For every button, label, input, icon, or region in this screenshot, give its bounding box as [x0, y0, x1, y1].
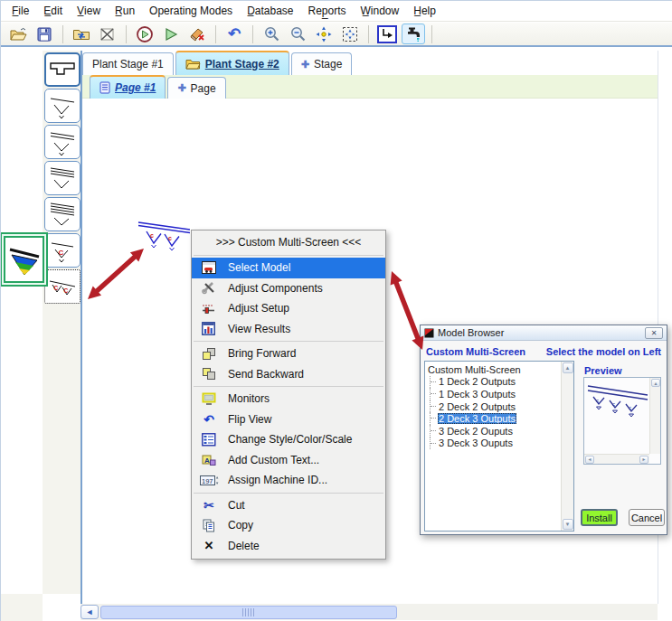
menu-item-file[interactable]: F̲ile	[5, 2, 36, 20]
eraser-x-icon	[188, 26, 206, 42]
svg-text:C: C	[59, 249, 64, 257]
menu-item-add-custom-text[interactable]: A Add Custom Text...	[192, 450, 385, 471]
screen-2-deck-icon	[46, 127, 79, 156]
menu-item-assign-machine-id[interactable]: 197 Assign Machine ID...	[192, 470, 385, 491]
run-circle-button[interactable]	[133, 24, 156, 44]
cut-icon: ✂	[203, 499, 214, 512]
menu-item-edit[interactable]: E̲dit	[36, 2, 70, 20]
menu-item-window[interactable]: W̲indow	[354, 2, 407, 20]
water-button[interactable]	[402, 24, 425, 44]
machine-id-icon: 197	[200, 475, 219, 486]
selected-equipment[interactable]	[4, 236, 44, 283]
menu-item-select-model[interactable]: Select Model	[192, 258, 385, 278]
menu-item-change-style[interactable]: Change Style/Color/Scale	[192, 429, 385, 450]
save-button[interactable]	[33, 24, 56, 44]
menu-item-label: Adjust Setup	[228, 302, 289, 315]
canvas-horizontal-scrollbar[interactable]: ◄	[80, 604, 658, 620]
discard-button[interactable]	[96, 24, 119, 44]
tab-add-stage[interactable]: ✚ Stage	[291, 52, 353, 75]
zoom-in-button[interactable]	[260, 24, 283, 44]
palette-item-1-deck-screen[interactable]	[44, 89, 80, 123]
menu-item-reports[interactable]: Rep̲orts	[301, 2, 354, 20]
tree-item[interactable]: 3 Deck 2 Ouputs	[427, 425, 573, 438]
palette-item-closed-circuit-screen[interactable]: C	[44, 233, 80, 268]
zoom-out-button[interactable]	[286, 24, 309, 44]
menu-item-database[interactable]: D̲atabase	[240, 2, 300, 20]
canvas-component-custom-multi-screen[interactable]: cc	[137, 220, 193, 256]
tree-item[interactable]: 2 Deck 2 Outputs	[427, 400, 573, 413]
scroll-up-icon[interactable]: ▲	[651, 379, 660, 387]
cancel-button[interactable]: Cancel	[629, 509, 665, 526]
screen-3-deck-icon	[46, 164, 79, 193]
dialog-title-bar[interactable]: Model Browser ✕	[421, 325, 667, 341]
tree-root[interactable]: Custom Multi-Screen	[427, 363, 573, 376]
list-scrollbar[interactable]: ▲ ▼	[561, 362, 573, 531]
menu-item-help[interactable]: H̲elp	[406, 2, 443, 20]
scroll-up-icon[interactable]: ▲	[563, 362, 573, 373]
zoom-fit-button[interactable]	[338, 24, 362, 44]
menu-item-send-backward[interactable]: Send Backward	[192, 364, 385, 385]
app-logo-icon	[424, 328, 434, 338]
tab-label: Stage	[314, 58, 342, 71]
run-button[interactable]	[159, 24, 183, 44]
custom-multi-screen-icon: CC	[46, 272, 79, 301]
zoom-all-button[interactable]	[312, 24, 336, 44]
undo-button[interactable]: ↶	[222, 24, 246, 44]
tab-add-page[interactable]: ✚ Page	[167, 77, 225, 99]
folder-sync-button[interactable]	[70, 24, 93, 44]
menu-item-label: Delete	[228, 540, 260, 552]
tab-page-1[interactable]: Page #1	[90, 75, 166, 99]
menu-item-flip-view[interactable]: ↶ Flip View	[192, 409, 385, 430]
menu-item-copy[interactable]: Copy	[192, 515, 385, 536]
close-icon[interactable]: ✕	[645, 327, 663, 339]
preview-vertical-scrollbar[interactable]: ▲	[649, 378, 660, 454]
menu-item-bring-forward[interactable]: Bring Forward	[192, 343, 385, 364]
menu-item-monitors[interactable]: Monitors	[192, 389, 385, 409]
menu-item-label: View Results	[228, 323, 290, 335]
menu-item-run[interactable]: R̲un	[108, 2, 142, 20]
model-tree-list[interactable]: Custom Multi-Screen 1 Deck 2 Outputs 1 D…	[424, 361, 574, 532]
menu-item-label: Send Backward	[228, 368, 304, 381]
palette-item-2-deck-screen[interactable]	[44, 125, 80, 159]
flow-route-button[interactable]	[375, 24, 399, 44]
tree-item[interactable]: 1 Deck 2 Outputs	[427, 376, 573, 389]
preview-screen-drawing: ccc	[586, 381, 651, 444]
menu-item-delete[interactable]: ✕ Delete	[192, 536, 385, 557]
preview-horizontal-scrollbar[interactable]: ◄ ►	[584, 454, 649, 464]
menu-item-cut[interactable]: ✂ Cut	[192, 495, 385, 516]
scroll-left-icon[interactable]: ◄	[585, 456, 594, 464]
tab-plant-stage-1[interactable]: Plant Stage #1	[82, 52, 174, 75]
tree-item[interactable]: 1 Deck 3 Outputs	[427, 388, 573, 400]
style-window-icon	[202, 433, 216, 447]
menu-item-adjust-setup[interactable]: Adjust Setup	[192, 298, 385, 319]
open-folder-icon	[9, 26, 27, 42]
clear-results-button[interactable]	[185, 24, 209, 44]
custom-text-icon: A	[202, 453, 216, 466]
scroll-down-icon[interactable]: ▼	[563, 519, 573, 530]
delete-icon: ✕	[204, 540, 214, 551]
install-button[interactable]: Install	[581, 509, 618, 526]
palette-item-feeder[interactable]	[44, 52, 80, 87]
open-button[interactable]	[6, 24, 30, 44]
menu-item-view-results[interactable]: View Results	[192, 319, 385, 340]
palette-item-4-deck-screen[interactable]	[44, 197, 80, 231]
tab-plant-stage-2[interactable]: Plant Stage #2	[175, 51, 289, 75]
svg-text:c: c	[596, 398, 599, 403]
menu-item-view[interactable]: V̲iew	[70, 2, 108, 20]
toolbar: ↶	[1, 23, 672, 47]
scroll-right-icon[interactable]: ►	[639, 456, 648, 464]
tree-item-selected[interactable]: 2 Deck 3 Outputs	[427, 412, 573, 425]
tree-connector	[430, 376, 438, 389]
floppy-disk-icon	[36, 26, 52, 42]
menu-item-operating-modes[interactable]: Operating Modes	[142, 2, 240, 20]
screen-c-icon: C	[46, 236, 79, 265]
tree-item[interactable]: 3 Deck 3 Ouputs	[427, 438, 573, 450]
scroll-left-button[interactable]: ◄	[80, 605, 99, 619]
menu-item-adjust-components[interactable]: Adjust Components	[192, 278, 385, 299]
toolbar-separator	[215, 25, 216, 43]
palette-item-custom-multi-screen[interactable]: CC	[44, 269, 80, 304]
palette-item-3-deck-screen[interactable]	[44, 161, 80, 195]
flow-arrow-icon	[377, 25, 397, 43]
menu-item-label: Flip View	[228, 413, 271, 426]
scrollbar-thumb[interactable]	[100, 606, 397, 619]
